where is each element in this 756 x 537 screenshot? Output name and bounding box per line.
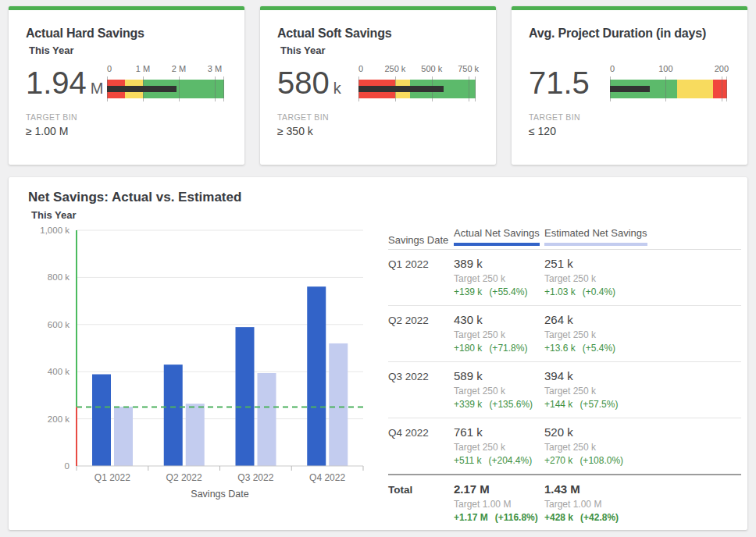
cell-target: Target 250 k	[544, 442, 741, 453]
bar-actual[interactable]	[164, 365, 183, 466]
kpi-value: 580k	[277, 66, 341, 101]
bullet-tick	[726, 76, 727, 101]
row-label: Q2 2022	[388, 313, 454, 354]
bullet-tick-labels: 0250 k500 k750 k	[358, 64, 476, 76]
y-axis-tick-label: 0	[65, 461, 70, 471]
card-accent-strip	[9, 6, 244, 10]
bar-estimated[interactable]	[329, 343, 348, 466]
kpi-card-soft-savings[interactable]: Actual Soft Savings This Year 580k 0250 …	[260, 6, 496, 165]
kpi-value-row: 580k 0250 k500 k750 k	[277, 62, 476, 103]
bullet-chart: 01 M2 M3 M	[107, 64, 224, 101]
cell-value: 389 k	[454, 257, 544, 270]
column-header-estimated[interactable]: Estimated Net Savings	[544, 227, 741, 246]
kpi-value-number: 71.5	[529, 66, 590, 100]
y-axis-tick-label: 200 k	[48, 414, 70, 424]
bar-estimated[interactable]	[258, 373, 276, 466]
net-savings-bar-chart: 0200 k400 k600 k800 k1,000 kQ1 2022Q2 20…	[16, 216, 391, 503]
cell-target: Target 250 k	[454, 442, 544, 453]
kpi-value-unit: k	[333, 80, 341, 97]
row-label: Q3 2022	[388, 369, 454, 410]
bullet-range-segment	[713, 80, 727, 98]
net-savings-panel: Net Savings: Actual vs. Estimated This Y…	[9, 177, 747, 530]
target-bin-label: TARGET BIN	[277, 112, 496, 122]
bar-estimated[interactable]	[186, 404, 205, 466]
cell-variance: +1.03 k(+0.4%)	[544, 286, 741, 297]
bullet-tick-label: 0	[358, 64, 363, 73]
row-label: Q4 2022	[388, 425, 454, 466]
kpi-card-project-duration[interactable]: Avg. Project Duration (in days) 71.5 010…	[512, 6, 747, 165]
bullet-tick-label: 3 M	[208, 64, 222, 73]
card-accent-strip	[512, 6, 747, 10]
bullet-tick-labels: 01 M2 M3 M	[107, 64, 224, 76]
card-subtitle: This Year	[280, 44, 496, 58]
y-axis-tick-label: 400 k	[48, 367, 70, 376]
bullet-tick-label: 0	[107, 64, 112, 73]
table-total-row[interactable]: Total 2.17 M Target 1.00 M +1.17 M(+116.…	[388, 474, 741, 531]
kpi-value: 71.5	[529, 66, 594, 101]
panel-title: Net Savings: Actual vs. Estimated	[28, 190, 747, 205]
bar-actual[interactable]	[307, 286, 326, 466]
bullet-measure-bar	[358, 86, 444, 92]
bullet-tick-label: 200	[715, 64, 729, 73]
bullet-tick	[215, 76, 216, 101]
table-row[interactable]: Q4 2022 761 k Target 250 k +511 k(+204.4…	[388, 418, 741, 474]
table-cell: 251 k Target 250 k +1.03 k(+0.4%)	[544, 257, 741, 297]
table-row[interactable]: Q1 2022 389 k Target 250 k +139 k(+55.4%…	[388, 250, 741, 306]
x-axis-title: Savings Date	[191, 489, 248, 500]
kpi-value-number: 1.94	[26, 66, 87, 100]
bullet-tick	[179, 76, 180, 101]
cell-variance: +180 k(+71.8%)	[454, 343, 544, 354]
column-header-savings-date[interactable]: Savings Date	[388, 234, 454, 246]
bullet-tick	[722, 76, 722, 101]
bar-chart: 0200 k400 k600 k800 k1,000 kQ1 2022Q2 20…	[16, 216, 391, 507]
cell-target: Target 250 k	[544, 273, 741, 284]
table-row[interactable]: Q3 2022 589 k Target 250 k +339 k(+135.6…	[388, 362, 741, 418]
bullet-tick-label: 1 M	[136, 64, 150, 73]
table-header: Savings Date Actual Net Savings Estimate…	[388, 227, 741, 246]
cell-target: Target 250 k	[454, 273, 544, 284]
cell-value: 589 k	[454, 369, 544, 382]
bar-actual[interactable]	[236, 327, 255, 466]
cell-variance: +428 k(+42.8%)	[544, 512, 741, 523]
table-row[interactable]: Q2 2022 430 k Target 250 k +180 k(+71.8%…	[388, 306, 741, 362]
bullet-measure-bar	[107, 86, 177, 92]
bullet-band	[610, 80, 727, 98]
cell-value: 430 k	[454, 313, 544, 326]
kpi-value: 1.94M	[26, 66, 104, 101]
card-accent-strip	[260, 6, 496, 10]
cell-target: Target 250 k	[454, 329, 544, 340]
cell-variance: +270 k(+108.0%)	[544, 455, 741, 466]
kpi-value-row: 71.5 0100200	[529, 62, 727, 103]
cell-target: Target 250 k	[544, 329, 741, 340]
kpi-value-row: 1.94M 01 M2 M3 M	[26, 62, 224, 103]
bar-actual[interactable]	[92, 375, 111, 466]
bullet-range-segment	[677, 80, 713, 98]
cell-value: 2.17 M	[454, 482, 544, 496]
cell-variance: +511 k(+204.4%)	[454, 455, 544, 466]
bar-estimated[interactable]	[114, 407, 133, 466]
cell-value: 251 k	[544, 257, 741, 270]
card-title: Avg. Project Duration (in days)	[529, 27, 732, 41]
cell-variance: +139 k(+55.4%)	[454, 286, 544, 297]
savings-table: Savings Date Actual Net Savings Estimate…	[388, 227, 741, 531]
cell-value: 761 k	[454, 425, 544, 439]
kpi-card-hard-savings[interactable]: Actual Hard Savings This Year 1.94M 01 M…	[9, 6, 244, 165]
bullet-chart: 0100200	[610, 64, 727, 101]
card-subtitle: This Year	[29, 44, 244, 58]
y-axis-tick-label: 600 k	[48, 320, 70, 329]
bullet-tick	[475, 76, 476, 101]
cell-target: Target 250 k	[454, 386, 544, 397]
bullet-measure-bar	[610, 86, 650, 92]
x-axis-category-label: Q4 2022	[309, 472, 345, 483]
cell-target: Target 250 k	[544, 386, 741, 397]
cell-value: 520 k	[544, 425, 741, 439]
column-header-actual[interactable]: Actual Net Savings	[454, 227, 544, 246]
bullet-band	[358, 80, 476, 98]
bullet-tick-label: 250 k	[384, 64, 405, 73]
kpi-dashboard: Actual Hard Savings This Year 1.94M 01 M…	[0, 0, 756, 537]
bullet-band	[107, 80, 224, 98]
cell-value: 394 k	[544, 369, 741, 382]
bullet-tick-label: 2 M	[172, 64, 186, 73]
target-bin-value: ≥ 1.00 M	[26, 125, 244, 137]
table-cell: 394 k Target 250 k +144 k(+57.5%)	[544, 369, 741, 410]
